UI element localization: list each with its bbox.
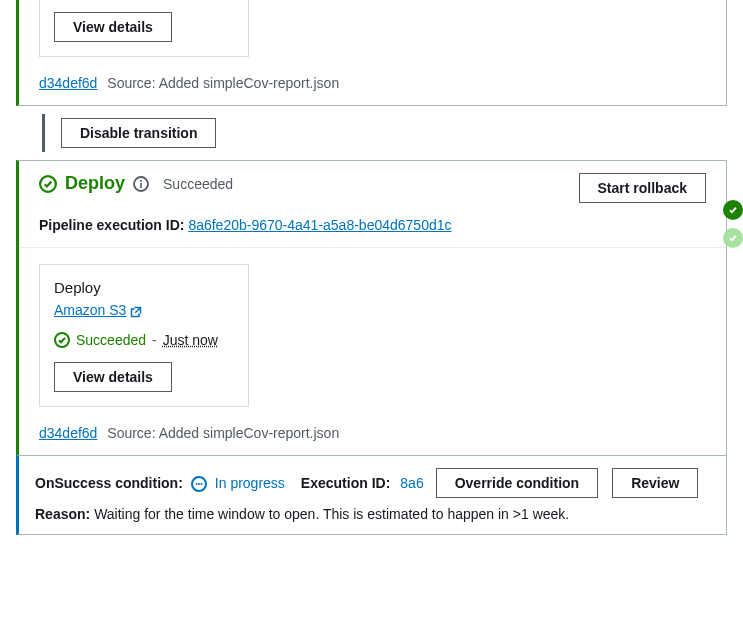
action-status: Succeeded bbox=[76, 332, 146, 348]
transition-bar-icon bbox=[42, 114, 45, 152]
commit-message: Source: Added simpleCov-report.json bbox=[107, 425, 339, 441]
source-commit-row: d34def6d Source: Added simpleCov-report.… bbox=[19, 419, 726, 455]
success-check-icon bbox=[39, 174, 57, 192]
execution-id-label: Pipeline execution ID: bbox=[39, 217, 184, 233]
view-details-button[interactable]: View details bbox=[54, 12, 172, 42]
status-badge-success-faded-icon bbox=[723, 228, 743, 248]
action-provider-link[interactable]: Amazon S3 bbox=[54, 302, 126, 318]
action-name: Deploy bbox=[54, 279, 234, 296]
success-check-icon bbox=[54, 331, 70, 348]
source-commit-row: d34def6d Source: Added simpleCov-report.… bbox=[19, 69, 726, 105]
action-timestamp: Just now bbox=[163, 332, 218, 348]
start-rollback-button[interactable]: Start rollback bbox=[579, 173, 706, 203]
side-status-badges bbox=[723, 200, 743, 248]
transition-area: Disable transition bbox=[42, 114, 743, 152]
prev-stage-box: View details d34def6d Source: Added simp… bbox=[16, 0, 727, 106]
stage-status-text: Succeeded bbox=[163, 176, 233, 192]
condition-status: In progress bbox=[215, 475, 285, 491]
commit-link[interactable]: d34def6d bbox=[39, 425, 97, 441]
view-details-button[interactable]: View details bbox=[54, 362, 172, 392]
override-condition-button[interactable]: Override condition bbox=[436, 468, 598, 498]
condition-execution-label: Execution ID: bbox=[301, 475, 390, 491]
reason-text: Waiting for the time window to open. Thi… bbox=[94, 506, 569, 522]
execution-id-link[interactable]: 8a6fe20b-9670-4a41-a5a8-be04d6750d1c bbox=[188, 217, 451, 233]
svg-point-6 bbox=[195, 483, 197, 485]
review-button[interactable]: Review bbox=[612, 468, 698, 498]
onsuccess-condition-box: OnSuccess condition: In progress Executi… bbox=[16, 455, 727, 535]
svg-point-2 bbox=[140, 180, 142, 182]
external-link-icon bbox=[130, 303, 142, 319]
dash: - bbox=[152, 332, 157, 348]
status-badge-success-icon bbox=[723, 200, 743, 220]
pipeline-execution-row: Pipeline execution ID: 8a6fe20b-9670-4a4… bbox=[19, 217, 726, 247]
disable-transition-button[interactable]: Disable transition bbox=[61, 118, 216, 148]
deploy-stage-box: Deploy Succeeded Start rollback Pipeline… bbox=[16, 160, 727, 456]
svg-point-7 bbox=[198, 483, 200, 485]
commit-message: Source: Added simpleCov-report.json bbox=[107, 75, 339, 91]
stage-header: Deploy Succeeded Start rollback bbox=[19, 161, 726, 217]
deploy-action-card: Deploy Amazon S3 Succeeded - Just now Vi… bbox=[39, 264, 249, 407]
inprogress-icon bbox=[191, 475, 207, 492]
info-icon[interactable] bbox=[133, 175, 149, 192]
svg-rect-3 bbox=[140, 183, 142, 188]
svg-point-8 bbox=[200, 483, 202, 485]
stage-title: Deploy bbox=[65, 173, 125, 194]
commit-link[interactable]: d34def6d bbox=[39, 75, 97, 91]
divider bbox=[19, 247, 726, 248]
prev-action-card: View details bbox=[39, 0, 249, 57]
reason-label: Reason: bbox=[35, 506, 90, 522]
condition-label: OnSuccess condition: bbox=[35, 475, 183, 491]
condition-execution-id-truncated[interactable]: 8a6 bbox=[400, 475, 423, 491]
